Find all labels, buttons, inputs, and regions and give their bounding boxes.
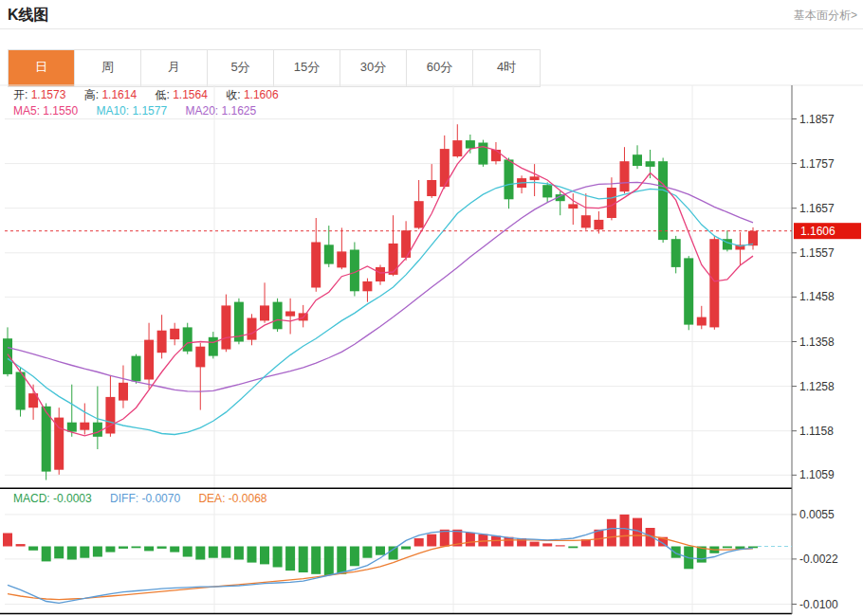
svg-text:1.1059: 1.1059 bbox=[799, 468, 835, 481]
title-divider bbox=[0, 28, 863, 29]
svg-text:0.0055: 0.0055 bbox=[799, 508, 835, 521]
svg-text:1.1857: 1.1857 bbox=[799, 113, 835, 126]
candles bbox=[3, 124, 758, 480]
period-tab-bar: 日周月5分15分30分60分4时 bbox=[8, 49, 541, 87]
svg-text:1.1358: 1.1358 bbox=[799, 335, 835, 349]
svg-text:1.1158: 1.1158 bbox=[799, 425, 834, 438]
tab-15分[interactable]: 15分 bbox=[274, 50, 340, 86]
kline-chart-canvas[interactable]: 1.16061.18571.17571.16571.15571.14581.13… bbox=[0, 83, 863, 616]
tab-5分[interactable]: 5分 bbox=[208, 50, 274, 86]
price-axis-labels: 1.18571.17571.16571.15571.14581.13581.12… bbox=[792, 113, 835, 482]
svg-text:1.1757: 1.1757 bbox=[799, 157, 835, 171]
fundamental-analysis-link[interactable]: 基本面分析> bbox=[794, 8, 857, 24]
svg-text:-0.0100: -0.0100 bbox=[799, 598, 838, 611]
svg-text:1.1557: 1.1557 bbox=[799, 246, 835, 260]
ma20-line bbox=[8, 182, 753, 391]
svg-text:1.1657: 1.1657 bbox=[799, 202, 835, 215]
tab-60分[interactable]: 60分 bbox=[407, 50, 473, 86]
svg-text:1.1458: 1.1458 bbox=[799, 290, 835, 303]
svg-text:-0.0022: -0.0022 bbox=[799, 553, 838, 566]
svg-text:1.1258: 1.1258 bbox=[799, 380, 835, 393]
tab-月[interactable]: 月 bbox=[141, 50, 208, 86]
tab-30分[interactable]: 30分 bbox=[340, 50, 407, 86]
macd-axis-labels: 0.0055-0.0022-0.0100 bbox=[792, 508, 838, 611]
tab-日[interactable]: 日 bbox=[9, 50, 75, 86]
svg-text:1.1606: 1.1606 bbox=[800, 225, 835, 238]
page-title: K线图 bbox=[8, 6, 49, 26]
current-price-badge: 1.1606 bbox=[794, 223, 861, 239]
tab-4时[interactable]: 4时 bbox=[473, 50, 540, 86]
tab-周[interactable]: 周 bbox=[75, 50, 141, 86]
